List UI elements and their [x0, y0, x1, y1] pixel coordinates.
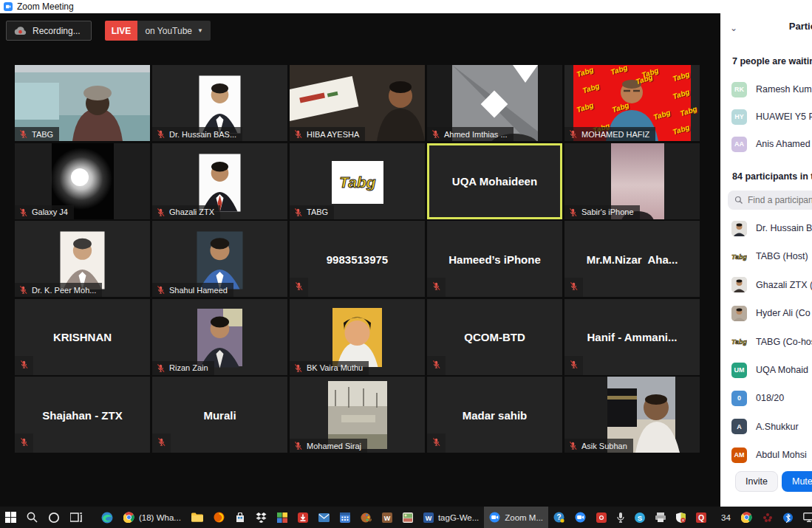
video-tile[interactable]: BK Vaira Muthu [290, 299, 425, 375]
participant-name-label: Ghazali ZTX [169, 208, 214, 216]
mail-icon[interactable] [313, 507, 335, 528]
search-icon[interactable] [21, 507, 43, 528]
tile-name-chip: Ahmed Imthias ... [427, 127, 514, 141]
search-input[interactable] [748, 195, 812, 205]
muted-mic-icon [19, 360, 29, 369]
paint-3d-icon[interactable] [355, 507, 377, 528]
participant-name-label: HIBA AYESHA [307, 130, 359, 139]
participant-row[interactable]: AMAbdul Mohsi [720, 444, 812, 466]
mute-all-button[interactable]: Mute All [782, 471, 812, 492]
file-explorer-icon[interactable] [186, 507, 208, 528]
video-tile[interactable]: Dr. Hussain BAS... [152, 65, 287, 141]
video-tile[interactable]: 9983513975 [290, 221, 425, 297]
word-legacy-icon[interactable]: W [377, 507, 398, 528]
skype-tray-icon[interactable]: S [630, 507, 650, 528]
edge-icon[interactable] [96, 507, 118, 528]
svg-text:W: W [426, 514, 432, 521]
participant-row[interactable]: TabgTABG (Co-hos [720, 331, 812, 353]
avatar: UM [731, 363, 747, 378]
video-tile[interactable]: Hameed’s iPhone [427, 221, 562, 297]
dropbox-icon[interactable] [250, 507, 272, 528]
waiting-participant-name: Ramesh Kum [756, 84, 812, 95]
help-tray-icon[interactable]: ? [548, 507, 570, 528]
recording-indicator[interactable]: Recording... [6, 21, 92, 41]
word-document-icon[interactable]: WtagG-We... [418, 507, 484, 528]
q-app-tray-icon[interactable]: Q [691, 507, 712, 528]
participant-row[interactable]: Dr. Hussain B [720, 217, 812, 239]
video-tile[interactable]: Dr. K. Peer Moh... [15, 221, 150, 297]
waiting-room-row[interactable]: AAAnis Ahamed [720, 133, 812, 155]
svg-text:Q: Q [698, 513, 704, 522]
video-tile[interactable]: Mr.M.Nizar Aha... [564, 221, 700, 297]
video-tile[interactable]: QCOM-BTD [427, 299, 562, 375]
muted-mic-icon [293, 363, 303, 373]
participant-row[interactable]: 0018/20 [720, 387, 812, 409]
video-tile[interactable]: Sabir's iPhone [564, 143, 700, 219]
zoom-tray-icon[interactable] [570, 507, 591, 528]
tabg-logo-avatar: Tabg [731, 249, 747, 264]
video-tile[interactable]: Asik Subhan [564, 377, 700, 453]
video-tile[interactable]: Ghazali ZTX [152, 143, 287, 219]
participant-row[interactable]: Hyder Ali (Co [720, 302, 812, 324]
muted-mic-icon [293, 129, 303, 139]
participant-name-label: Shajahan - ZTX [15, 408, 150, 421]
chevron-down-icon: ▼ [197, 27, 203, 34]
avatar: 0 [731, 391, 747, 406]
video-tile[interactable]: Mohamed Siraj [290, 377, 425, 453]
live-stream-menu[interactable]: on YouTube ▼ [137, 21, 211, 41]
participant-name: TABG (Co-hos [756, 337, 812, 347]
media-app-icon[interactable] [398, 507, 418, 528]
video-tile[interactable]: KRISHNAN [15, 299, 150, 375]
chrome-whatsapp-icon[interactable]: (18) Wha... [118, 507, 186, 528]
participant-row[interactable]: TabgTABG (Host) [720, 245, 812, 267]
participant-row[interactable]: Ghazali ZTX ( [720, 274, 812, 296]
recording-cloud-icon [14, 27, 27, 35]
video-tile[interactable]: TabgTabgTabgTabgTabgTabgTabgTabgTabgTabg… [564, 65, 700, 141]
muted-mic-icon [569, 360, 579, 369]
microphone-tray-icon[interactable] [612, 507, 630, 528]
video-tile[interactable]: Madar sahib [427, 377, 562, 453]
video-tile[interactable]: Shajahan - ZTX [15, 377, 150, 453]
panel-footer: Invite Mute All [720, 471, 812, 493]
participant-row[interactable]: AA.Shukkur [720, 416, 812, 438]
meter-tray-icon[interactable]: 34 [712, 507, 736, 528]
window-title: Zoom Meeting [17, 1, 74, 12]
calendar-icon[interactable] [335, 507, 355, 528]
muted-mic-icon [18, 208, 28, 217]
microsoft-store-icon[interactable] [230, 507, 250, 528]
chrome-tray-icon[interactable] [736, 507, 757, 528]
video-tile[interactable]: UQA Mohaideen [427, 143, 562, 219]
participant-name: Ghazali ZTX ( [756, 280, 812, 290]
display-tray-icon[interactable] [798, 507, 812, 528]
defender-tray-icon[interactable] [671, 507, 691, 528]
start-icon[interactable] [0, 507, 21, 528]
network-dots-tray-icon[interactable] [757, 507, 778, 528]
zoom-meeting-task-icon[interactable]: Zoom M... [484, 507, 548, 528]
task-view-icon[interactable] [65, 507, 87, 528]
search-participant-box[interactable] [728, 191, 812, 210]
video-tile[interactable]: Galaxy J4 [15, 143, 150, 219]
waiting-room-row[interactable]: RKRamesh Kum [720, 78, 812, 100]
video-tile[interactable]: Tabg TABG [290, 143, 425, 219]
cortana-icon[interactable] [43, 507, 65, 528]
invite-button[interactable]: Invite [735, 471, 778, 492]
video-tile[interactable]: Rizan Zain [152, 299, 287, 375]
download-manager-icon[interactable] [293, 507, 313, 528]
printer-tray-icon[interactable] [650, 507, 671, 528]
video-tile[interactable]: Hanif - Ammani... [564, 299, 700, 375]
participant-name-label: QCOM-BTD [427, 331, 562, 343]
recorder-tray-icon[interactable] [591, 507, 612, 528]
bluetooth-tray-icon[interactable] [778, 507, 798, 528]
waiting-room-row[interactable]: HYHUAWEI Y5 P [720, 106, 812, 128]
participant-row[interactable]: UMUQA Mohaid [720, 359, 812, 381]
video-tile[interactable]: Shahul Hameed [152, 221, 287, 297]
muted-mic-icon [431, 437, 441, 447]
video-tile[interactable]: HIBA AYESHA [290, 65, 425, 141]
photos-icon[interactable] [272, 507, 293, 528]
video-tile[interactable]: Ahmed Imthias ... [427, 65, 562, 141]
participant-name-label: Murali [152, 408, 287, 421]
video-tile[interactable]: Murali [152, 377, 287, 453]
video-tile[interactable]: TABG [15, 65, 150, 141]
tile-name-chip: BK Vaira Muthu [290, 361, 369, 375]
firefox-icon[interactable] [208, 507, 230, 528]
